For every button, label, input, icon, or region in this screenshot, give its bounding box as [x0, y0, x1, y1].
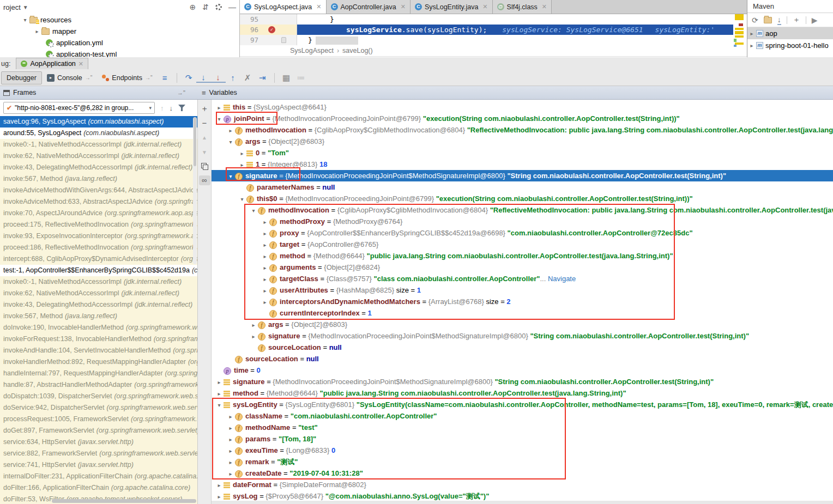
chevron-right-icon[interactable]: ▸ — [261, 239, 269, 250]
duplicate-icon[interactable] — [201, 163, 208, 169]
step-into-icon[interactable]: ↓ — [196, 72, 211, 83]
frame-row[interactable]: invoke0:-1, NativeMethodAccessorImpl(jdk… — [0, 139, 197, 150]
chevron-down-icon[interactable]: ▾ — [226, 136, 235, 147]
variable-row-sourceLocation[interactable]: fsourceLocation = null — [212, 353, 833, 365]
chevron-right-icon[interactable]: ▸ — [747, 42, 756, 48]
stripe-mark[interactable] — [735, 35, 744, 38]
tab-aopcontroller[interactable]: C AopController.java ✕ — [327, 0, 411, 14]
chevron-down-icon[interactable]: ▾ — [226, 171, 235, 181]
variable-row-parameterNames[interactable]: fparameterNames = null — [212, 181, 833, 193]
chevron-down-icon[interactable]: ▾ — [21, 17, 29, 23]
variables-header[interactable]: ≡ Variables — [185, 89, 237, 97]
navigate-link[interactable]: Navigate — [548, 275, 576, 283]
variable-row-methodInvocation[interactable]: ▾fmethodInvocation = {CglibAopProxy$Cgli… — [212, 204, 833, 216]
variable-row-this$0[interactable]: ▾fthis$0 = {MethodInvocationProceedingJo… — [212, 193, 833, 204]
frame-row[interactable]: invokeAdviceMethodWithGivenArgs:644, Abs… — [0, 185, 197, 196]
variable-row-signature[interactable]: ▸fsignature = {MethodInvocationProceedin… — [212, 330, 833, 342]
stripe-mark[interactable] — [735, 31, 744, 34]
frame-row[interactable]: doDispatch:1039, DispatcherServlet(org.s… — [0, 391, 197, 402]
run-icon[interactable]: ▶ — [812, 16, 818, 25]
settings-icon[interactable]: ≔ — [294, 73, 309, 83]
variable-row-targetClass[interactable]: ▸ftargetClass = {Class@5757} "class com.… — [212, 273, 833, 284]
pin-icon[interactable]: →" — [177, 89, 185, 96]
add-watch-icon[interactable]: ＋ — [201, 104, 209, 113]
stripe-mark[interactable] — [735, 28, 744, 30]
close-icon[interactable]: ✕ — [482, 3, 487, 10]
frames-horizontal-scrollbar[interactable] — [52, 499, 196, 503]
variable-row-exeuTime[interactable]: ▸fexeuTime = {Long@6833} 0 — [212, 445, 833, 456]
frame-row[interactable]: invoke:62, NativeMethodAccessorImpl(jdk.… — [0, 288, 197, 299]
chevron-right-icon[interactable]: ▸ — [215, 491, 224, 502]
frame-row[interactable]: test:-1, AopController$$EnhancerBySpring… — [0, 265, 197, 276]
variable-row-interceptorsAndDynamicMethodMatchers[interactable]: ▸finterceptorsAndDynamicMethodMatchers =… — [212, 296, 833, 307]
frame-row[interactable]: service:882, FrameworkServlet(org.spring… — [0, 448, 197, 459]
debug-session-tab[interactable]: AopApplication ✕ — [16, 58, 88, 69]
chevron-right-icon[interactable]: ▸ — [261, 262, 269, 273]
frame-row[interactable]: invoke:70, AspectJAroundAdvice(org.sprin… — [0, 208, 197, 219]
frame-row[interactable]: invokeForRequest:138, InvocableHandlerMe… — [0, 333, 197, 345]
chevron-right-icon[interactable]: ▸ — [226, 434, 235, 445]
add-icon[interactable]: ＋ — [793, 15, 800, 25]
frame-row[interactable]: service:634, HttpServlet(javax.servlet.h… — [0, 436, 197, 448]
tab-console[interactable]: ▸ Console →" — [42, 71, 97, 84]
variable-row-method[interactable]: ▸fmethod = {Method@6644} "public java.la… — [212, 250, 833, 262]
close-icon[interactable]: ✕ — [401, 3, 406, 10]
variable-row-1[interactable]: ▸1 = {Integer@6813} 18 — [212, 159, 833, 170]
locate-file-icon[interactable]: ⊕ — [190, 3, 196, 11]
hide-panel-icon[interactable]: — — [228, 3, 236, 11]
gutter[interactable]: 97 — [240, 35, 297, 45]
view-breakpoints-icon[interactable]: ▦ — [279, 73, 294, 83]
frame-row[interactable]: invoke:567, Method(java.lang.reflect) — [0, 173, 197, 185]
variable-row-sysLog[interactable]: ▸sysLog = {$Proxy58@6647} "@com.niaobula… — [212, 490, 833, 502]
tab-debugger[interactable]: Debugger — [1, 71, 42, 84]
chevron-right-icon[interactable]: ▸ — [226, 125, 235, 136]
frame-row[interactable]: invokeHandlerMethod:892, RequestMappingH… — [0, 356, 197, 368]
show-execution-point-icon[interactable]: ≡ — [158, 73, 172, 82]
frame-row[interactable]: invokeAdviceMethod:633, AbstractAspectJA… — [0, 196, 197, 208]
tab-slf4j[interactable]: @ Slf4j.class ✕ — [493, 0, 552, 14]
chevron-right-icon[interactable]: ▸ — [215, 102, 224, 113]
variable-row-0[interactable]: ▸0 = "Tom" — [212, 147, 833, 159]
chevron-right-icon[interactable]: ▸ — [215, 479, 224, 490]
frame-row[interactable]: invoke:93, ExposeInvocationInterceptor(o… — [0, 230, 197, 242]
frame-row[interactable]: doFilter:166, ApplicationFilterChain(org… — [0, 482, 197, 494]
chevron-right-icon[interactable]: ▸ — [747, 31, 756, 37]
variable-row-params[interactable]: ▸fparams = "[Tom, 18]" — [212, 433, 833, 445]
stripe-mark[interactable] — [734, 45, 737, 47]
variable-row-createDate[interactable]: ▸fcreateDate = "2019-07-04 10:31:28" — [212, 467, 833, 479]
frame-row[interactable]: doService:942, DispatcherServlet(org.spr… — [0, 402, 197, 414]
variable-row-time[interactable]: ptime = 0 — [212, 365, 833, 376]
download-sources-icon[interactable]: ↓ — [777, 15, 781, 25]
variable-row-currentInterceptorIndex[interactable]: fcurrentInterceptorIndex = 1 — [212, 307, 833, 319]
chevron-right-icon[interactable]: ▸ — [226, 457, 235, 467]
chevron-right-icon[interactable]: ▸ — [261, 285, 269, 296]
breadcrumb[interactable]: SysLogAspect›saveLog() — [240, 45, 747, 57]
frame-row[interactable]: invoke0:-1, NativeMethodAccessorImpl(jdk… — [0, 276, 197, 288]
next-frame-icon[interactable]: ↓ — [170, 104, 173, 112]
chevron-down-icon[interactable]: ▾ — [249, 205, 258, 216]
frame-row[interactable]: service:741, HttpServlet(javax.servlet.h… — [0, 459, 197, 471]
frame-row[interactable]: invokeAndHandle:104, ServletInvocableHan… — [0, 345, 197, 356]
frame-row[interactable]: saveLog:96, SysLogAspect(com.niaobulashi… — [0, 116, 197, 127]
variable-row-className[interactable]: ▸fclassName = "com.niaobulashi.controlle… — [212, 410, 833, 422]
variable-row-signature[interactable]: ▸signature = {MethodInvocationProceeding… — [212, 376, 833, 387]
editor-error-stripe[interactable] — [733, 14, 747, 46]
chevron-right-icon[interactable]: ▸ — [249, 319, 258, 330]
chevron-down-icon[interactable]: ▾ — [149, 105, 152, 111]
move-up-icon[interactable]: ▲ — [202, 133, 207, 142]
frame-row[interactable]: internalDoFilter:231, ApplicationFilterC… — [0, 471, 197, 482]
step-out-icon[interactable]: ↑ — [226, 73, 240, 82]
chevron-right-icon[interactable]: ▸ — [238, 159, 246, 170]
frame-row[interactable]: invoke:62, NativeMethodAccessorImpl(jdk.… — [0, 150, 197, 162]
breadcrumb-class[interactable]: SysLogAspect — [290, 47, 334, 54]
chevron-right-icon[interactable]: ▸ — [238, 148, 246, 159]
stripe-mark[interactable] — [735, 14, 744, 20]
chevron-right-icon[interactable]: ▸ — [261, 296, 269, 307]
previous-frame-icon[interactable]: ↑ — [160, 104, 164, 112]
frames-vertical-scrollbar[interactable] — [193, 117, 197, 264]
stripe-mark[interactable] — [734, 39, 737, 42]
close-icon[interactable]: ✕ — [542, 3, 547, 10]
close-icon[interactable]: ✕ — [79, 60, 83, 68]
chevron-down-icon[interactable]: ▾ — [215, 399, 224, 410]
frame-row[interactable]: intercept:688, CglibAopProxy$DynamicAdvi… — [0, 253, 197, 265]
